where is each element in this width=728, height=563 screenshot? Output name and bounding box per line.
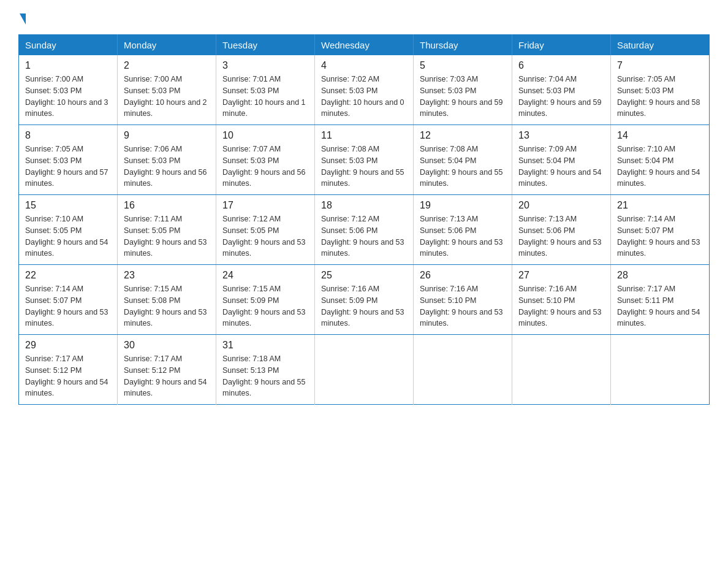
calendar-cell: 30Sunrise: 7:17 AMSunset: 5:12 PMDayligh… bbox=[118, 335, 216, 405]
day-number: 26 bbox=[420, 270, 506, 281]
day-number: 20 bbox=[518, 200, 604, 211]
week-row-1: 1Sunrise: 7:00 AMSunset: 5:03 PMDaylight… bbox=[19, 55, 710, 125]
day-info: Sunrise: 7:02 AMSunset: 5:03 PMDaylight:… bbox=[321, 74, 407, 120]
calendar-cell: 23Sunrise: 7:15 AMSunset: 5:08 PMDayligh… bbox=[118, 265, 216, 335]
calendar-cell: 24Sunrise: 7:15 AMSunset: 5:09 PMDayligh… bbox=[216, 265, 315, 335]
day-number: 4 bbox=[321, 60, 407, 71]
day-number: 14 bbox=[617, 130, 703, 141]
day-number: 6 bbox=[518, 60, 604, 71]
day-info: Sunrise: 7:16 AMSunset: 5:09 PMDaylight:… bbox=[321, 283, 407, 329]
day-info: Sunrise: 7:08 AMSunset: 5:04 PMDaylight:… bbox=[420, 144, 506, 190]
day-info: Sunrise: 7:11 AMSunset: 5:05 PMDaylight:… bbox=[124, 213, 210, 259]
calendar-cell: 26Sunrise: 7:16 AMSunset: 5:10 PMDayligh… bbox=[414, 265, 512, 335]
day-info: Sunrise: 7:18 AMSunset: 5:13 PMDaylight:… bbox=[222, 353, 308, 399]
day-info: Sunrise: 7:00 AMSunset: 5:03 PMDaylight:… bbox=[25, 74, 111, 120]
calendar-cell: 4Sunrise: 7:02 AMSunset: 5:03 PMDaylight… bbox=[315, 55, 414, 125]
day-info: Sunrise: 7:15 AMSunset: 5:08 PMDaylight:… bbox=[124, 283, 210, 329]
calendar-cell: 3Sunrise: 7:01 AMSunset: 5:03 PMDaylight… bbox=[216, 55, 315, 125]
day-number: 16 bbox=[124, 200, 210, 211]
day-info: Sunrise: 7:10 AMSunset: 5:05 PMDaylight:… bbox=[25, 213, 111, 259]
day-number: 23 bbox=[124, 270, 210, 281]
day-info: Sunrise: 7:12 AMSunset: 5:06 PMDaylight:… bbox=[321, 213, 407, 259]
day-number: 1 bbox=[25, 60, 111, 71]
calendar-cell: 11Sunrise: 7:08 AMSunset: 5:03 PMDayligh… bbox=[315, 125, 414, 195]
logo-triangle-icon bbox=[20, 13, 26, 25]
day-info: Sunrise: 7:05 AMSunset: 5:03 PMDaylight:… bbox=[25, 144, 111, 190]
logo bbox=[18, 12, 26, 22]
calendar-cell: 8Sunrise: 7:05 AMSunset: 5:03 PMDaylight… bbox=[19, 125, 118, 195]
day-number: 29 bbox=[25, 340, 111, 351]
weekday-header-friday: Friday bbox=[512, 35, 611, 56]
day-number: 30 bbox=[124, 340, 210, 351]
day-info: Sunrise: 7:16 AMSunset: 5:10 PMDaylight:… bbox=[420, 283, 506, 329]
day-number: 10 bbox=[222, 130, 308, 141]
week-row-2: 8Sunrise: 7:05 AMSunset: 5:03 PMDaylight… bbox=[19, 125, 710, 195]
calendar-cell: 2Sunrise: 7:00 AMSunset: 5:03 PMDaylight… bbox=[118, 55, 216, 125]
day-info: Sunrise: 7:14 AMSunset: 5:07 PMDaylight:… bbox=[25, 283, 111, 329]
calendar-cell bbox=[611, 335, 710, 405]
day-number: 21 bbox=[617, 200, 703, 211]
calendar-cell: 13Sunrise: 7:09 AMSunset: 5:04 PMDayligh… bbox=[512, 125, 611, 195]
day-info: Sunrise: 7:15 AMSunset: 5:09 PMDaylight:… bbox=[222, 283, 308, 329]
calendar-cell: 18Sunrise: 7:12 AMSunset: 5:06 PMDayligh… bbox=[315, 195, 414, 265]
weekday-header-tuesday: Tuesday bbox=[216, 35, 315, 56]
weekday-header-wednesday: Wednesday bbox=[315, 35, 414, 56]
weekday-header-row: SundayMondayTuesdayWednesdayThursdayFrid… bbox=[19, 35, 710, 56]
weekday-header-saturday: Saturday bbox=[611, 35, 710, 56]
calendar-cell: 14Sunrise: 7:10 AMSunset: 5:04 PMDayligh… bbox=[611, 125, 710, 195]
weekday-header-sunday: Sunday bbox=[19, 35, 118, 56]
day-number: 18 bbox=[321, 200, 407, 211]
day-number: 11 bbox=[321, 130, 407, 141]
week-row-5: 29Sunrise: 7:17 AMSunset: 5:12 PMDayligh… bbox=[19, 335, 710, 405]
calendar-cell: 28Sunrise: 7:17 AMSunset: 5:11 PMDayligh… bbox=[611, 265, 710, 335]
day-number: 15 bbox=[25, 200, 111, 211]
calendar-cell: 25Sunrise: 7:16 AMSunset: 5:09 PMDayligh… bbox=[315, 265, 414, 335]
day-info: Sunrise: 7:05 AMSunset: 5:03 PMDaylight:… bbox=[617, 74, 703, 120]
calendar-cell: 16Sunrise: 7:11 AMSunset: 5:05 PMDayligh… bbox=[118, 195, 216, 265]
day-number: 5 bbox=[420, 60, 506, 71]
calendar-cell: 29Sunrise: 7:17 AMSunset: 5:12 PMDayligh… bbox=[19, 335, 118, 405]
day-info: Sunrise: 7:00 AMSunset: 5:03 PMDaylight:… bbox=[124, 74, 210, 120]
day-info: Sunrise: 7:17 AMSunset: 5:11 PMDaylight:… bbox=[617, 283, 703, 329]
calendar-cell: 31Sunrise: 7:18 AMSunset: 5:13 PMDayligh… bbox=[216, 335, 315, 405]
page-header bbox=[18, 12, 710, 22]
calendar-cell: 9Sunrise: 7:06 AMSunset: 5:03 PMDaylight… bbox=[118, 125, 216, 195]
day-number: 24 bbox=[222, 270, 308, 281]
day-info: Sunrise: 7:13 AMSunset: 5:06 PMDaylight:… bbox=[420, 213, 506, 259]
calendar-table: SundayMondayTuesdayWednesdayThursdayFrid… bbox=[18, 34, 710, 405]
calendar-cell bbox=[414, 335, 512, 405]
day-number: 2 bbox=[124, 60, 210, 71]
day-number: 17 bbox=[222, 200, 308, 211]
day-info: Sunrise: 7:17 AMSunset: 5:12 PMDaylight:… bbox=[25, 353, 111, 399]
calendar-cell: 6Sunrise: 7:04 AMSunset: 5:03 PMDaylight… bbox=[512, 55, 611, 125]
day-number: 28 bbox=[617, 270, 703, 281]
day-number: 12 bbox=[420, 130, 506, 141]
calendar-cell: 15Sunrise: 7:10 AMSunset: 5:05 PMDayligh… bbox=[19, 195, 118, 265]
calendar-cell: 20Sunrise: 7:13 AMSunset: 5:06 PMDayligh… bbox=[512, 195, 611, 265]
calendar-cell: 19Sunrise: 7:13 AMSunset: 5:06 PMDayligh… bbox=[414, 195, 512, 265]
day-number: 13 bbox=[518, 130, 604, 141]
day-info: Sunrise: 7:01 AMSunset: 5:03 PMDaylight:… bbox=[222, 74, 308, 120]
day-number: 22 bbox=[25, 270, 111, 281]
day-number: 7 bbox=[617, 60, 703, 71]
day-info: Sunrise: 7:06 AMSunset: 5:03 PMDaylight:… bbox=[124, 144, 210, 190]
day-info: Sunrise: 7:13 AMSunset: 5:06 PMDaylight:… bbox=[518, 213, 604, 259]
day-info: Sunrise: 7:04 AMSunset: 5:03 PMDaylight:… bbox=[518, 74, 604, 120]
week-row-4: 22Sunrise: 7:14 AMSunset: 5:07 PMDayligh… bbox=[19, 265, 710, 335]
calendar-cell: 5Sunrise: 7:03 AMSunset: 5:03 PMDaylight… bbox=[414, 55, 512, 125]
day-number: 31 bbox=[222, 340, 308, 351]
calendar-cell: 10Sunrise: 7:07 AMSunset: 5:03 PMDayligh… bbox=[216, 125, 315, 195]
day-info: Sunrise: 7:07 AMSunset: 5:03 PMDaylight:… bbox=[222, 144, 308, 190]
calendar-cell bbox=[512, 335, 611, 405]
calendar-cell: 1Sunrise: 7:00 AMSunset: 5:03 PMDaylight… bbox=[19, 55, 118, 125]
day-info: Sunrise: 7:10 AMSunset: 5:04 PMDaylight:… bbox=[617, 144, 703, 190]
day-number: 25 bbox=[321, 270, 407, 281]
day-number: 3 bbox=[222, 60, 308, 71]
day-info: Sunrise: 7:14 AMSunset: 5:07 PMDaylight:… bbox=[617, 213, 703, 259]
calendar-cell: 12Sunrise: 7:08 AMSunset: 5:04 PMDayligh… bbox=[414, 125, 512, 195]
calendar-cell: 27Sunrise: 7:16 AMSunset: 5:10 PMDayligh… bbox=[512, 265, 611, 335]
day-info: Sunrise: 7:16 AMSunset: 5:10 PMDaylight:… bbox=[518, 283, 604, 329]
weekday-header-monday: Monday bbox=[118, 35, 216, 56]
day-info: Sunrise: 7:12 AMSunset: 5:05 PMDaylight:… bbox=[222, 213, 308, 259]
week-row-3: 15Sunrise: 7:10 AMSunset: 5:05 PMDayligh… bbox=[19, 195, 710, 265]
